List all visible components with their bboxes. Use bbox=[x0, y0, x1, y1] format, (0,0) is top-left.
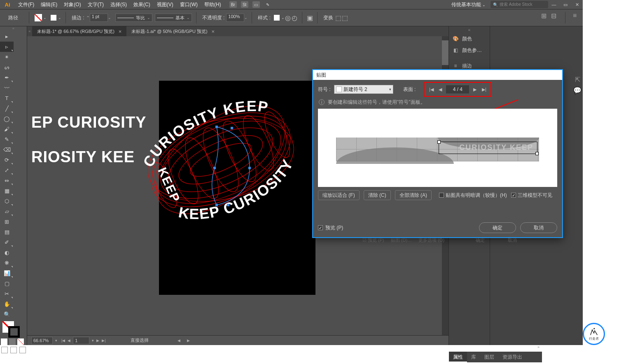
minimize-button[interactable]: — bbox=[548, 0, 560, 9]
tab-libraries[interactable]: 库 bbox=[467, 352, 480, 362]
menu-help[interactable]: 帮助(H) bbox=[204, 1, 221, 8]
tabs-collapse-icon[interactable]: « bbox=[27, 26, 32, 36]
fill-swatch[interactable] bbox=[35, 14, 42, 21]
menu-effect[interactable]: 效果(C) bbox=[133, 1, 150, 8]
doc-tab-2[interactable]: 未标题-1.ai* @ 50% (RGB/GPU 预览)× bbox=[126, 26, 220, 36]
eraser-tool[interactable]: ⌫ bbox=[0, 145, 14, 155]
close-icon[interactable]: × bbox=[119, 28, 122, 35]
direct-selection-tool[interactable]: ▹ bbox=[0, 42, 14, 52]
envelope-icon[interactable]: ⬚ bbox=[335, 14, 341, 21]
last-surface-button[interactable]: ▶| bbox=[481, 86, 487, 93]
line-tool[interactable]: ╱ bbox=[0, 103, 14, 114]
search-stock[interactable]: 🔍搜索 Adobe Stock bbox=[491, 1, 548, 8]
lasso-tool[interactable]: ᔕ bbox=[0, 62, 14, 72]
chevron-down-icon[interactable]: ▾ bbox=[92, 338, 94, 343]
panel-item-color[interactable]: 🎨颜色 bbox=[449, 33, 490, 44]
type-tool[interactable]: T bbox=[0, 93, 14, 103]
menu-view[interactable]: 视图(V) bbox=[157, 1, 173, 8]
zoom-input[interactable] bbox=[31, 337, 53, 344]
collapse-icon[interactable]: » bbox=[449, 345, 542, 352]
stroke-weight-input[interactable]: 1 pt bbox=[90, 14, 108, 22]
selection-tool[interactable]: ▸ bbox=[0, 31, 14, 42]
dialog-preview[interactable]: CURIOSITY KEEP bbox=[318, 109, 557, 187]
opacity-input[interactable]: 100% bbox=[226, 14, 244, 22]
status-nav-right[interactable]: ▶ bbox=[187, 338, 190, 343]
gradient-tool[interactable]: ▤ bbox=[0, 227, 14, 237]
style-swatch[interactable] bbox=[274, 15, 280, 21]
menu-select[interactable]: 选择(S) bbox=[110, 1, 127, 8]
tab-properties[interactable]: 属性 bbox=[449, 352, 467, 362]
prev-artboard-button[interactable]: ◀ bbox=[68, 338, 70, 343]
isolate-icon[interactable]: ⊞ bbox=[541, 12, 548, 19]
symbol-dropdown[interactable]: 新建符号 2 ▾ bbox=[334, 85, 393, 94]
menu-edit[interactable]: 编辑(E) bbox=[41, 1, 57, 8]
paintbrush-tool[interactable]: 🖌 bbox=[0, 124, 14, 134]
envelope-options-icon[interactable]: ⬚ bbox=[341, 14, 348, 21]
edit-icon[interactable]: ⊟ bbox=[551, 12, 558, 19]
extra-comment-icon[interactable]: 💬 bbox=[572, 85, 583, 96]
first-surface-button[interactable]: |◀ bbox=[428, 86, 434, 93]
perspective-tool[interactable]: ▱ bbox=[0, 206, 14, 217]
pen-tool[interactable]: ✒ bbox=[0, 72, 14, 83]
tab-asset-export[interactable]: 资源导出 bbox=[498, 352, 526, 362]
menu-type[interactable]: 文字(T) bbox=[88, 1, 104, 8]
prev-surface-button[interactable]: ◀ bbox=[437, 86, 444, 93]
mesh-tool[interactable]: ⊞ bbox=[0, 217, 14, 227]
width-tool[interactable]: ⇔ bbox=[0, 175, 14, 186]
menu-window[interactable]: 窗口(W) bbox=[180, 1, 198, 8]
toolbox-collapse-icon[interactable]: « bbox=[0, 26, 27, 31]
eyedropper-tool[interactable]: ✐ bbox=[0, 237, 14, 247]
symbol-sprayer-tool[interactable]: ❋ bbox=[0, 258, 14, 268]
collapse-icon[interactable]: « bbox=[449, 26, 490, 33]
stroke-swatch[interactable] bbox=[51, 15, 56, 21]
tab-layers[interactable]: 图层 bbox=[480, 352, 498, 362]
workspace-dropdown[interactable]: 传统基本功能 ⌄ bbox=[446, 1, 491, 8]
doc-tab-1[interactable]: 未标题-1* @ 66.67% (RGB/GPU 预览)× bbox=[32, 26, 126, 36]
shaper-tool[interactable]: ✎ bbox=[0, 134, 14, 145]
panel-menu-icon[interactable]: ≡ bbox=[573, 12, 579, 19]
menu-object[interactable]: 对象(O) bbox=[64, 1, 81, 8]
recolor-icon[interactable]: ◴ bbox=[291, 14, 298, 21]
transform-link[interactable]: 变换 bbox=[323, 14, 333, 21]
slice-tool[interactable]: ✂ bbox=[0, 289, 14, 299]
next-surface-button[interactable]: ▶ bbox=[472, 86, 478, 93]
last-artboard-button[interactable]: ▶| bbox=[102, 338, 105, 343]
extra-share-icon[interactable]: ⇱ bbox=[572, 74, 583, 85]
first-artboard-button[interactable]: |◀ bbox=[61, 338, 65, 343]
next-artboard-button[interactable]: ▶ bbox=[96, 338, 99, 343]
fill-stroke-control[interactable] bbox=[0, 320, 27, 338]
stroke-profile-dropdown[interactable]: 等比⌄ bbox=[115, 14, 152, 22]
preview-checkbox[interactable] bbox=[318, 225, 323, 230]
artboard-tool[interactable]: ▢ bbox=[0, 278, 14, 289]
clear-all-button[interactable]: 全部清除 (A) bbox=[395, 190, 432, 200]
curvature-tool[interactable]: 〰 bbox=[0, 83, 14, 93]
draw-behind[interactable] bbox=[10, 347, 17, 353]
arrange-icon[interactable]: ▭ bbox=[252, 1, 260, 8]
color-mode-gradient[interactable] bbox=[9, 338, 16, 345]
column-graph-tool[interactable]: 📊 bbox=[0, 268, 14, 278]
draw-normal[interactable] bbox=[1, 347, 8, 353]
appearance-icon[interactable]: ◎ bbox=[285, 14, 291, 21]
close-button[interactable]: ✕ bbox=[571, 0, 583, 9]
strokebox[interactable] bbox=[8, 326, 20, 338]
scale-to-fit-button[interactable]: 缩放以适合 (F) bbox=[318, 190, 360, 200]
panel-item-color-guide[interactable]: ◧颜色参… bbox=[449, 44, 490, 56]
artboard-input[interactable] bbox=[73, 337, 89, 344]
ok-button[interactable]: 确定 bbox=[479, 222, 516, 233]
selected-path[interactable] bbox=[204, 123, 262, 209]
draw-inside[interactable] bbox=[19, 347, 26, 353]
ellipse-tool[interactable]: ◯ bbox=[0, 114, 14, 124]
status-nav-left[interactable]: ◀ bbox=[178, 338, 180, 343]
hand-tool[interactable]: ✋ bbox=[0, 299, 14, 309]
menu-file[interactable]: 文件(F) bbox=[18, 1, 34, 8]
stock-icon[interactable]: St bbox=[241, 1, 248, 8]
magic-wand-tool[interactable]: ✴ bbox=[0, 52, 14, 62]
zoom-tool[interactable]: 🔍 bbox=[0, 309, 14, 320]
brush-style-dropdown[interactable]: 基本⌄ bbox=[155, 14, 192, 22]
rotate-tool[interactable]: ⟳ bbox=[0, 155, 14, 165]
invisible-checkbox[interactable] bbox=[511, 193, 516, 198]
cancel-button[interactable]: 取消 bbox=[520, 222, 557, 233]
maximize-button[interactable]: ▭ bbox=[560, 0, 571, 9]
surface-field[interactable]: 4 / 4 bbox=[446, 85, 469, 93]
color-mode-none[interactable] bbox=[17, 338, 24, 345]
